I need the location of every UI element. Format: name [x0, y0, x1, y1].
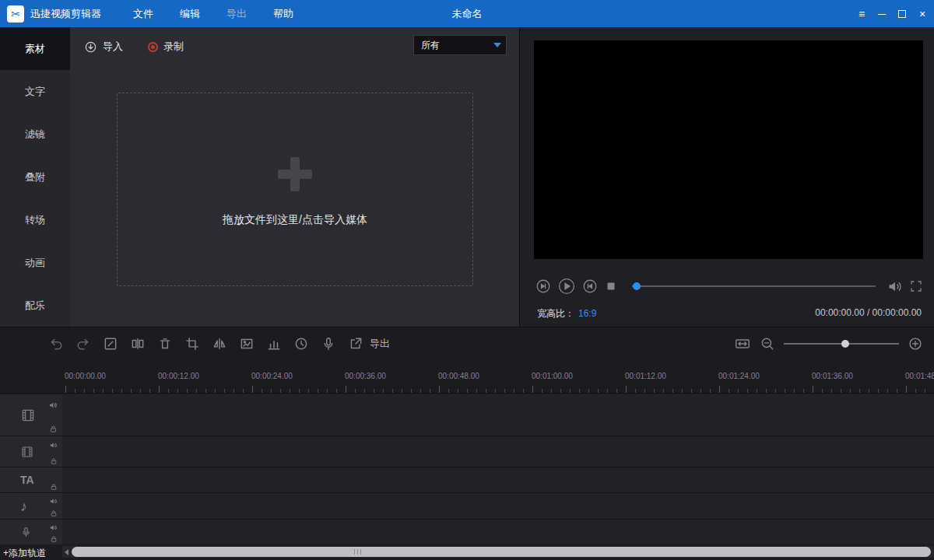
fit-width-icon[interactable] — [734, 336, 751, 352]
text-track-icon: TA — [20, 474, 34, 486]
scrollbar-thumb[interactable] — [72, 547, 931, 557]
aspect-ratio-label: 宽高比： — [537, 308, 574, 319]
zoom-slider-handle[interactable] — [841, 340, 849, 348]
redo-icon[interactable] — [75, 335, 92, 352]
ruler-tick: 00:01:00.00 — [532, 372, 573, 380]
track-row-voice — [0, 520, 934, 544]
zoom-in-icon[interactable] — [908, 336, 923, 352]
sidebar-item-overlay[interactable]: 叠附 — [0, 156, 70, 198]
track-header-voice — [0, 520, 62, 544]
lock-icon[interactable] — [50, 483, 58, 491]
app-name: 迅捷视频剪辑器 — [30, 7, 101, 21]
ruler-major-ticks — [65, 386, 934, 393]
clock-icon[interactable] — [293, 335, 310, 352]
prev-frame-button[interactable] — [535, 278, 551, 294]
timeline-ruler: 00:00:00.00 00:00:12.00 00:00:24.00 00:0… — [0, 360, 934, 394]
track-lane-text[interactable] — [62, 467, 934, 492]
ruler-tick: 00:00:24.00 — [251, 372, 293, 380]
microphone-icon[interactable] — [320, 335, 337, 352]
track-lane-music[interactable] — [62, 493, 934, 519]
app-logo-icon: ✂ — [7, 5, 24, 23]
speaker-icon[interactable] — [49, 523, 58, 532]
chart-icon[interactable] — [265, 335, 283, 352]
media-dropzone[interactable]: 拖放文件到这里/点击导入媒体 — [117, 93, 473, 286]
lock-icon[interactable] — [50, 535, 58, 543]
split-icon[interactable] — [129, 335, 146, 352]
import-button[interactable]: 导入 — [84, 37, 123, 57]
track-header-music: ♪ — [0, 493, 62, 519]
edit-icon[interactable] — [102, 335, 119, 352]
lock-icon[interactable] — [49, 425, 58, 433]
track-lane-voice[interactable] — [62, 520, 934, 544]
ruler-tick: 00:00:12.00 — [158, 372, 199, 380]
sidebar-item-text[interactable]: 文字 — [0, 70, 70, 113]
speaker-icon[interactable] — [48, 401, 58, 410]
menu-file[interactable]: 文件 — [120, 0, 167, 27]
menu-edit[interactable]: 编辑 — [167, 0, 213, 27]
ruler-tick: 00:01:48.00 — [905, 372, 934, 380]
record-label: 录制 — [163, 40, 184, 54]
seek-handle[interactable] — [633, 282, 641, 290]
close-icon[interactable]: × — [912, 0, 932, 27]
timeline-toolbar: 导出 — [0, 327, 934, 360]
volume-icon[interactable] — [887, 278, 903, 295]
dropzone-text: 拖放文件到这里/点击导入媒体 — [223, 213, 367, 227]
ruler-tick: 00:00:00.00 — [65, 372, 106, 380]
stop-button[interactable] — [604, 279, 618, 293]
sidebar-item-material[interactable]: 素材 — [0, 27, 70, 70]
chevron-down-icon — [489, 43, 506, 47]
export-icon[interactable] — [347, 335, 364, 352]
scroll-left-icon[interactable] — [65, 549, 68, 555]
window-menu-icon[interactable]: ≡ — [851, 0, 872, 27]
aspect-ratio-value[interactable]: 16:9 — [578, 308, 596, 319]
film-icon — [20, 408, 36, 423]
export-label[interactable]: 导出 — [370, 337, 390, 351]
timeline-bottom-bar: +添加轨道 — [0, 544, 934, 560]
sidebar-item-animation[interactable]: 动画 — [0, 241, 70, 284]
music-note-icon: ♪ — [20, 498, 27, 514]
seek-slider[interactable] — [632, 285, 876, 287]
lock-icon[interactable] — [50, 457, 58, 465]
image-icon[interactable] — [238, 335, 255, 352]
fullscreen-icon[interactable] — [909, 279, 923, 293]
speaker-icon[interactable] — [49, 441, 58, 450]
play-button[interactable] — [557, 277, 576, 296]
zoom-out-icon[interactable] — [760, 336, 775, 352]
track-lane-video-1[interactable] — [62, 394, 934, 436]
undo-icon[interactable] — [47, 335, 65, 352]
sidebar-item-transition[interactable]: 转场 — [0, 198, 70, 241]
titlebar: ✂ 迅捷视频剪辑器 文件 编辑 导出 帮助 未命名 ≡ ─ × — [0, 0, 934, 27]
crop-icon[interactable] — [184, 335, 201, 352]
flip-icon[interactable] — [211, 335, 228, 352]
preview-info: 宽高比：16:9 00:00:00.00 / 00:00:00.00 — [537, 307, 922, 320]
maximize-icon[interactable] — [892, 0, 912, 27]
plus-icon — [273, 152, 317, 196]
next-frame-button[interactable] — [582, 278, 598, 294]
timeline: 导出 — [0, 327, 934, 560]
track-header-text: TA — [0, 467, 62, 492]
menu-help[interactable]: 帮助 — [260, 0, 307, 27]
add-track-button[interactable]: +添加轨道 — [3, 547, 46, 560]
record-button[interactable]: 录制 — [148, 37, 184, 57]
lock-icon[interactable] — [50, 509, 58, 517]
ruler-tick: 00:00:36.00 — [345, 372, 386, 380]
track-row-video-2 — [0, 436, 934, 467]
document-title: 未命名 — [452, 7, 483, 21]
zoom-slider[interactable] — [784, 343, 899, 345]
sidebar-item-filter[interactable]: 滤镜 — [0, 113, 70, 156]
sidebar-item-music[interactable]: 配乐 — [0, 284, 70, 327]
track-row-video-1 — [0, 394, 934, 436]
track-lane-video-2[interactable] — [62, 436, 934, 467]
speaker-icon[interactable] — [49, 497, 58, 506]
track-row-music: ♪ — [0, 493, 934, 519]
horizontal-scrollbar[interactable] — [62, 546, 934, 558]
video-editor-window: ✂ 迅捷视频剪辑器 文件 编辑 导出 帮助 未命名 ≡ ─ × 素材 文字 滤镜… — [0, 0, 934, 560]
menu-export[interactable]: 导出 — [213, 0, 260, 27]
delete-icon[interactable] — [156, 335, 174, 352]
import-label: 导入 — [103, 40, 123, 54]
media-filter-dropdown[interactable]: 所有 — [413, 35, 507, 55]
preview-panel: 宽高比：16:9 00:00:00.00 / 00:00:00.00 — [520, 27, 934, 327]
playback-controls — [535, 276, 923, 296]
minimize-icon[interactable]: ─ — [872, 0, 892, 27]
media-panel: 导入 录制 所有 拖放文件到这里/点击导入媒体 — [70, 27, 520, 327]
